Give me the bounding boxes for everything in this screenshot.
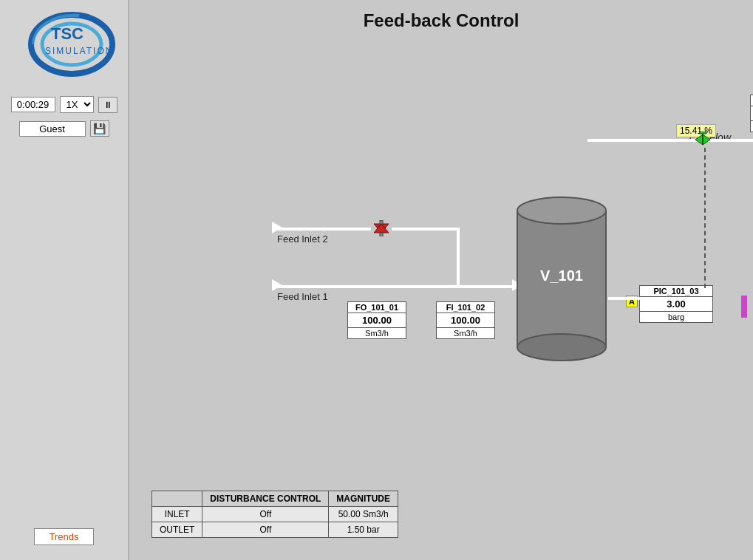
- disturbance-row-1[interactable]: OUTLET Off 1.50 bar: [152, 522, 398, 538]
- pipe-vessel-pic: [608, 297, 641, 300]
- fi-101-02-title: FI_101_02: [437, 302, 494, 313]
- fo-101-01-unit: Sm3/h: [348, 327, 406, 338]
- pipe-exit-h: [587, 139, 753, 142]
- guest-row: Guest 💾: [19, 120, 109, 137]
- save-button[interactable]: 💾: [90, 120, 109, 137]
- svg-text:SIMULATION: SIMULATION: [45, 46, 113, 56]
- vessel: V_101: [514, 192, 610, 355]
- trends-button[interactable]: Trends: [34, 528, 95, 545]
- guest-button[interactable]: Guest: [19, 121, 86, 137]
- disturbance-table: DISTURBANCE CONTROL MAGNITUDE INLET Off …: [151, 491, 398, 538]
- fo-101-01-title: FO_101_01: [348, 302, 406, 313]
- page-title: Feed-back Control: [129, 0, 753, 37]
- svg-point-13: [517, 334, 606, 361]
- feed-inlet-1-label: Feed Inlet 1: [277, 291, 328, 302]
- feed-inlet-2-label: Feed Inlet 2: [277, 233, 328, 245]
- pic-101-03-title: PIC_101_03: [640, 286, 712, 297]
- dist-magnitude: 1.50 bar: [329, 522, 398, 538]
- logo: TSC SIMULATION: [9, 7, 120, 81]
- pic-101-03-value: 3.00: [640, 297, 712, 311]
- svg-point-12: [517, 197, 606, 224]
- pipe-feed2-right: [392, 228, 458, 231]
- dist-status[interactable]: Off: [202, 507, 329, 522]
- fi-101-04-box[interactable]: FI_101_04 100.00 Sm3/h: [750, 95, 753, 132]
- main-content: Feed-back Control FI_101_04 100.00 Sm3/h…: [129, 0, 753, 560]
- dist-control-label: INLET: [152, 507, 202, 522]
- fo-101-01-box[interactable]: FO_101_01 100.00 Sm3/h: [347, 301, 406, 339]
- svg-rect-9: [380, 220, 383, 224]
- table-header-disturbance: DISTURBANCE CONTROL: [202, 491, 329, 507]
- pipe-feed1: [273, 285, 514, 288]
- timer-display: 0:00:29: [11, 97, 55, 112]
- feed1-arrow: [272, 279, 282, 291]
- disturbance-row-0[interactable]: INLET Off 50.00 Sm3/h: [152, 507, 398, 522]
- fi-101-02-value: 100.00: [437, 313, 494, 327]
- table-header-magnitude: MAGNITUDE: [329, 491, 398, 507]
- fo-101-01-value: 100.00: [348, 313, 406, 327]
- svg-text:V_101: V_101: [540, 267, 583, 284]
- pause-button[interactable]: ⏸: [98, 97, 117, 113]
- timer-row: 0:00:29 1X 2X 5X ⏸: [11, 96, 117, 113]
- pic-101-03-unit: barg: [640, 311, 712, 322]
- speed-select[interactable]: 1X 2X 5X: [60, 96, 94, 113]
- pic-magenta-indicator: [741, 296, 747, 318]
- pipe-v-connect: [457, 228, 460, 287]
- fi-101-02-box[interactable]: FI_101_02 100.00 Sm3/h: [436, 301, 495, 339]
- sidebar: TSC SIMULATION 0:00:29 1X 2X 5X ⏸ Guest …: [0, 0, 129, 560]
- control-line: [704, 148, 706, 288]
- svg-text:TSC: TSC: [51, 24, 84, 43]
- dist-magnitude: 50.00 Sm3/h: [329, 507, 398, 522]
- diagram: FI_101_04 100.00 Sm3/h Exit Flow 15.41 %: [129, 44, 753, 560]
- feed-inlet-2-valve[interactable]: [371, 220, 392, 236]
- table-header-empty: [152, 491, 202, 507]
- feed2-arrow: [272, 222, 282, 233]
- top-valve[interactable]: [692, 132, 713, 148]
- dist-control-label: OUTLET: [152, 522, 202, 538]
- dist-status[interactable]: Off: [202, 522, 329, 538]
- svg-rect-10: [380, 233, 383, 236]
- fi-101-02-unit: Sm3/h: [437, 327, 494, 338]
- svg-rect-6: [700, 132, 706, 134]
- pipe-feed2-left: [273, 228, 371, 231]
- pic-101-03-box[interactable]: PIC_101_03 3.00 barg: [639, 285, 713, 323]
